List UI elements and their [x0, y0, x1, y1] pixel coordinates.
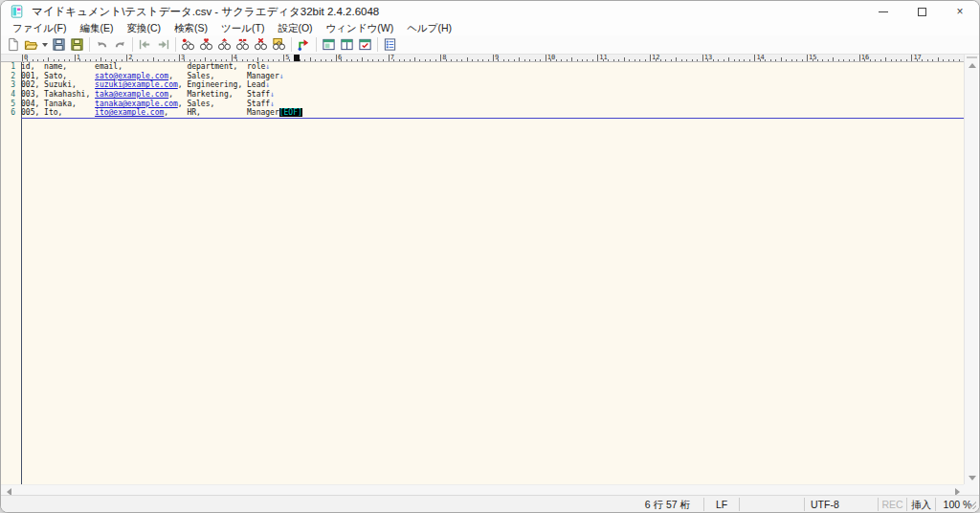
jump-back-button[interactable] — [136, 36, 154, 54]
ruler-tick — [242, 59, 243, 61]
scroll-down-arrow-icon[interactable] — [969, 476, 976, 480]
search-icon — [181, 37, 195, 52]
ruler-tick — [718, 59, 719, 61]
text-segment: 002, Suzuki, — [21, 80, 95, 89]
splitter-grip[interactable] — [967, 56, 977, 58]
ruler-tick — [582, 59, 583, 61]
line-text: 001, Sato, sato@example.com, Sales, Mana… — [19, 72, 284, 80]
ruler-number: 7 — [390, 55, 394, 61]
ruler-tick — [321, 59, 322, 61]
ruler-tick — [567, 59, 568, 61]
line-ending-mark: ↓ — [270, 90, 275, 99]
tag-jump-button[interactable] — [295, 36, 313, 54]
line-text: 002, Suzuki, suzuki@example.com, Enginee… — [19, 80, 270, 89]
new-file-button[interactable] — [4, 36, 22, 54]
email-link[interactable]: ito@example.com — [95, 108, 164, 117]
search-clear-button[interactable] — [252, 36, 270, 54]
email-link[interactable]: sato@example.com — [95, 72, 168, 80]
ruler-tick — [168, 59, 169, 61]
compare-windows-button[interactable] — [356, 36, 374, 54]
ruler-tick — [253, 59, 254, 61]
replace-button[interactable] — [234, 36, 252, 54]
toolbar-separator — [132, 37, 133, 52]
ruler-tick — [336, 55, 337, 61]
jump-forward-button[interactable] — [154, 36, 172, 54]
editor-line[interactable]: 1id, name, email, department, role↓ — [1, 62, 966, 72]
scroll-up-arrow-icon[interactable] — [969, 63, 976, 68]
open-file-button[interactable] — [22, 36, 40, 54]
email-link[interactable]: taka@example.com — [95, 90, 168, 99]
ruler-tick — [153, 57, 154, 61]
menu-item-help[interactable]: ヘルプ(H) — [400, 22, 458, 35]
ruler-tick — [126, 55, 127, 61]
search-button[interactable] — [179, 36, 197, 54]
ruler-tick — [111, 59, 112, 61]
editor-line[interactable]: 2001, Sato, sato@example.com, Sales, Man… — [1, 72, 966, 81]
redo-button[interactable] — [111, 36, 129, 54]
menu-item-settings[interactable]: 設定(O) — [271, 22, 319, 35]
ruler-tick — [650, 55, 651, 61]
ruler-tick — [33, 59, 33, 61]
menu-item-tool[interactable]: ツール(T) — [214, 22, 271, 35]
line-ending-mark: ↓ — [279, 72, 284, 80]
menu-item-file[interactable]: ファイル(F) — [6, 22, 73, 35]
close-button[interactable]: × — [941, 1, 979, 22]
email-link[interactable]: tanaka@example.com — [95, 100, 178, 108]
toolbar — [1, 35, 979, 55]
ruler-tick — [493, 55, 494, 61]
line-number: 1 — [1, 62, 19, 72]
ruler-tick — [676, 57, 677, 61]
outline-button[interactable] — [381, 36, 399, 54]
status-encoding: UTF-8 — [804, 498, 878, 511]
menu-item-search[interactable]: 検索(S) — [167, 22, 214, 35]
ruler-tick — [503, 59, 504, 61]
ruler-tick — [959, 59, 960, 61]
maximize-button[interactable] — [902, 1, 941, 22]
save-button[interactable] — [50, 36, 68, 54]
menu-item-convert[interactable]: 変換(C) — [120, 22, 167, 35]
menu-item-window[interactable]: ウィンドウ(W) — [320, 22, 401, 35]
split-window-vertical-button[interactable] — [338, 36, 356, 54]
ruler-tick — [331, 59, 332, 61]
editor-line[interactable]: 6005, Ito, ito@example.com, HR, Manager[… — [1, 108, 966, 118]
ruler-tick — [215, 59, 216, 61]
save-all-button[interactable] — [68, 36, 86, 54]
ruler-tick — [22, 55, 23, 61]
ruler-tick — [697, 59, 698, 61]
vertical-scrollbar[interactable] — [964, 55, 978, 484]
ruler-tick — [262, 59, 263, 61]
toolbar-separator — [291, 37, 292, 52]
ruler-tick — [597, 55, 598, 61]
ruler-tick — [802, 59, 803, 61]
resize-grip[interactable] — [969, 502, 976, 509]
editor-line[interactable]: 4003, Takahashi, taka@example.com, Marke… — [1, 90, 966, 100]
ruler-tick — [849, 59, 850, 61]
ruler-tick — [488, 59, 489, 61]
ruler-number: 6 — [338, 55, 342, 61]
editor-text-area[interactable]: 1id, name, email, department, role↓2001,… — [1, 62, 966, 484]
undo-button[interactable] — [93, 36, 111, 54]
ruler-tick — [96, 59, 97, 61]
email-link[interactable]: suzuki@example.com — [95, 80, 178, 89]
open-dropdown-caret[interactable] — [40, 36, 50, 54]
editor-line[interactable]: 3002, Suzuki, suzuki@example.com, Engine… — [1, 80, 966, 90]
ruler-tick — [368, 59, 368, 61]
ruler-tick — [174, 59, 175, 61]
ruler-tick — [404, 59, 405, 61]
grep-button[interactable] — [270, 36, 288, 54]
line-text: id, name, email, department, role↓ — [19, 62, 270, 71]
ruler-tick — [147, 59, 148, 61]
menu-item-edit[interactable]: 編集(E) — [73, 22, 120, 35]
ruler-tick — [362, 57, 363, 61]
ruler-tick — [734, 59, 735, 61]
ruler-tick — [724, 59, 724, 61]
ruler-tick — [754, 55, 755, 61]
editor-line[interactable]: 5004, Tanaka, tanaka@example.com, Sales,… — [1, 100, 966, 109]
line-text: 003, Takahashi, taka@example.com, Market… — [19, 90, 275, 99]
ruler-tick — [843, 59, 844, 61]
search-next-button[interactable] — [197, 36, 215, 54]
search-prev-button[interactable] — [215, 36, 234, 54]
ruler-tick — [278, 59, 279, 61]
minimize-button[interactable] — [864, 1, 902, 22]
split-window-button[interactable] — [320, 36, 338, 54]
